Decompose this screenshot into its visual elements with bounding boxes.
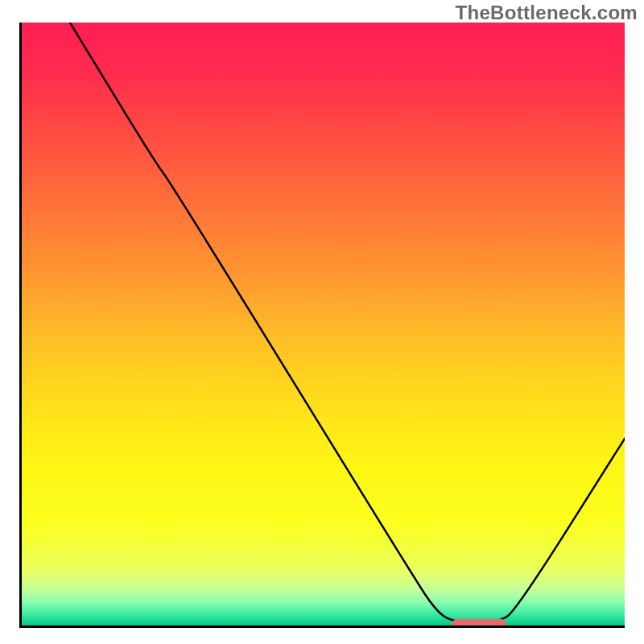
watermark-text: TheBottleneck.com xyxy=(456,2,638,24)
trough-marker xyxy=(452,619,506,628)
chart-container: TheBottleneck.com xyxy=(0,0,644,644)
bottleneck-curve xyxy=(22,23,625,625)
plot-area xyxy=(19,23,625,628)
